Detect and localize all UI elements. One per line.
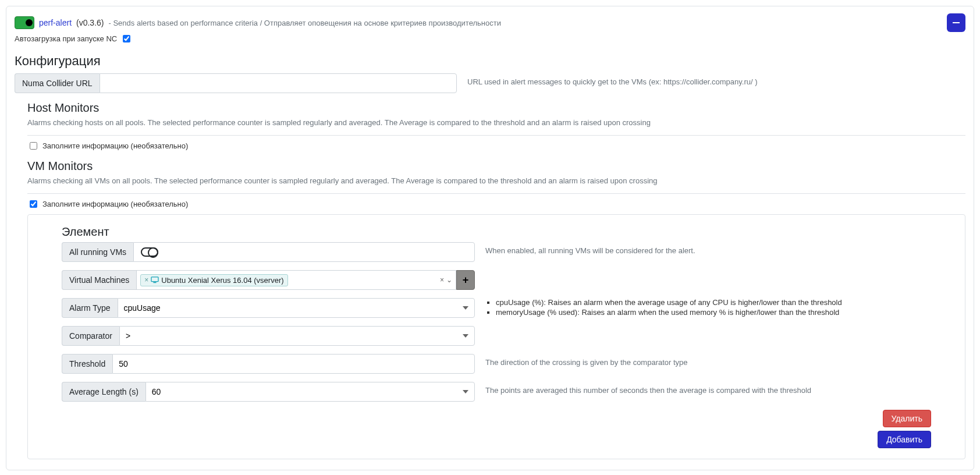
comparator-group: Comparator > <box>62 326 475 346</box>
autoload-label: Автозагрузка при запуске NC <box>15 34 117 43</box>
all-running-toggle-container <box>133 242 475 262</box>
host-monitors-desc: Alarms checking hosts on all pools. The … <box>27 118 965 127</box>
host-separator <box>27 135 965 136</box>
threshold-input[interactable] <box>112 354 475 374</box>
header-left: perf-alert (v0.3.6) - Sends alerts based… <box>15 16 501 29</box>
avglen-select[interactable]: 60 <box>145 382 475 402</box>
clear-all-icon[interactable]: × <box>440 276 444 284</box>
all-running-group: All running VMs <box>62 242 475 262</box>
vms-group: Virtual Machines × Ubuntu Xenial Xerus 1… <box>62 270 475 290</box>
comparator-select[interactable]: > <box>119 326 475 346</box>
plugin-description: - Sends alerts based on performance crit… <box>109 19 501 27</box>
plugin-card: perf-alert (v0.3.6) - Sends alerts based… <box>6 6 974 470</box>
add-button[interactable]: Добавить <box>878 431 931 448</box>
element-panel: Элемент All running VMs When enabled, al… <box>27 214 965 459</box>
vm-tag-label: Ubuntu Xenial Xerus 16.04 (vserver) <box>161 276 283 285</box>
host-fill-checkbox[interactable] <box>30 142 37 150</box>
vm-monitors-title: VM Monitors <box>27 159 965 173</box>
host-monitors-title: Host Monitors <box>27 101 965 115</box>
element-title: Элемент <box>62 225 931 239</box>
alarm-type-label: Alarm Type <box>62 298 118 318</box>
vms-select[interactable]: × Ubuntu Xenial Xerus 16.04 (vserver) × … <box>136 270 456 290</box>
host-fill-row: Заполните информацию (необязательно) <box>27 140 965 151</box>
threshold-label: Threshold <box>62 354 112 374</box>
element-buttons: Удалить Добавить <box>62 410 931 448</box>
alarm-type-group: Alarm Type cpuUsage <box>62 298 475 318</box>
url-row: Numa Collider URL URL used in alert mess… <box>15 73 965 93</box>
svg-rect-0 <box>953 22 960 23</box>
config-title: Конфигурация <box>15 54 965 69</box>
all-running-toggle[interactable] <box>141 247 158 257</box>
minus-icon <box>952 19 960 27</box>
all-running-label: All running VMs <box>62 242 133 262</box>
comparator-help <box>485 326 931 330</box>
all-running-help: When enabled, all running VMs will be co… <box>485 242 931 255</box>
host-fill-label: Заполните информацию (необязательно) <box>42 141 188 150</box>
vms-label: Virtual Machines <box>62 270 136 290</box>
avglen-group: Average Length (s) 60 <box>62 382 475 402</box>
alarm-help-1: cpuUsage (%): Raises an alarm when the a… <box>496 298 931 307</box>
vm-fill-label: Заполните информацию (необязательно) <box>42 200 188 208</box>
threshold-help: The direction of the crossing is given b… <box>485 354 931 367</box>
comparator-label: Comparator <box>62 326 119 346</box>
plugin-name: perf-alert <box>39 18 72 27</box>
alarm-type-help: cpuUsage (%): Raises an alarm when the a… <box>485 298 931 318</box>
avglen-help: The points are averaged this number of s… <box>485 382 931 395</box>
vms-row: Virtual Machines × Ubuntu Xenial Xerus 1… <box>62 270 931 290</box>
vm-fill-row: Заполните информацию (необязательно) <box>27 198 965 210</box>
url-addon-label: Numa Collider URL <box>15 73 100 93</box>
autoload-row: Автозагрузка при запуске NC <box>15 33 965 44</box>
svg-rect-2 <box>154 282 157 283</box>
svg-rect-1 <box>151 277 158 282</box>
all-running-row: All running VMs When enabled, all runnin… <box>62 242 931 262</box>
alarm-help-2: memoryUsage (% used): Raises an alarm wh… <box>496 308 931 317</box>
plugin-version: (v0.3.6) <box>76 18 104 27</box>
plugin-enabled-toggle[interactable] <box>15 16 34 29</box>
toggle-knob-icon <box>26 19 33 26</box>
vms-help <box>485 270 931 274</box>
url-input[interactable] <box>100 73 457 93</box>
collapse-button[interactable] <box>947 13 965 32</box>
avglen-label: Average Length (s) <box>62 382 145 402</box>
comparator-row: Comparator > <box>62 326 931 346</box>
chevron-down-icon[interactable]: ⌄ <box>446 276 452 284</box>
delete-button[interactable]: Удалить <box>883 410 931 427</box>
host-monitors-block: Host Monitors Alarms checking hosts on a… <box>15 101 965 459</box>
threshold-group: Threshold <box>62 354 475 374</box>
vm-tag: × Ubuntu Xenial Xerus 16.04 (vserver) <box>140 274 287 286</box>
url-help: URL used in alert messages to quickly ge… <box>467 73 965 86</box>
vms-clear-group: × ⌄ <box>440 276 452 284</box>
vm-monitors-desc: Alarms checking all VMs on all pools. Th… <box>27 176 965 185</box>
vm-tag-remove-icon[interactable]: × <box>144 276 148 284</box>
threshold-row: Threshold The direction of the crossing … <box>62 354 931 374</box>
alarm-type-row: Alarm Type cpuUsage cpuUsage (%): Raises… <box>62 298 931 318</box>
alarm-type-select[interactable]: cpuUsage <box>118 298 475 318</box>
autoload-checkbox[interactable] <box>123 35 130 42</box>
vm-separator <box>27 193 965 194</box>
header-row: perf-alert (v0.3.6) - Sends alerts based… <box>15 13 965 32</box>
add-vm-button[interactable]: + <box>456 270 475 290</box>
url-input-group: Numa Collider URL <box>15 73 457 93</box>
vm-fill-checkbox[interactable] <box>30 200 37 208</box>
avglen-row: Average Length (s) 60 The points are ave… <box>62 382 931 402</box>
monitor-icon <box>151 277 159 283</box>
